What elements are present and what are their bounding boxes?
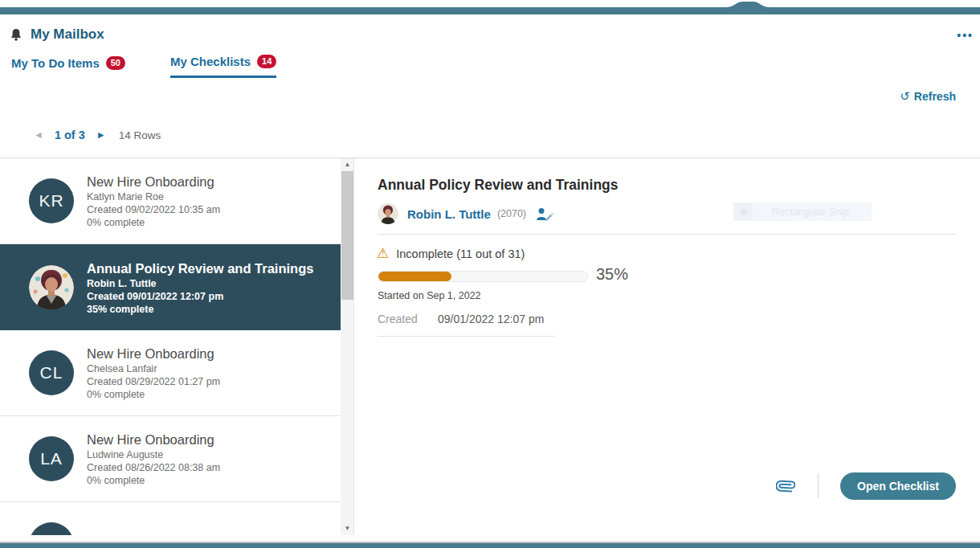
snip-ghost-text: Rectangular Snip: [772, 207, 849, 218]
list-item-ludwine[interactable]: LA New Hire Onboarding Ludwine Auguste C…: [0, 416, 341, 502]
paperclip-icon: [776, 476, 795, 497]
owner-divider: [378, 234, 956, 235]
tab-my-todo-items[interactable]: My To Do Items 50: [11, 55, 125, 78]
avatar-initials: CL: [29, 350, 74, 395]
overflow-menu-button[interactable]: •••: [957, 29, 974, 42]
tab-my-checklists[interactable]: My Checklists 14: [170, 55, 276, 78]
refresh-label: Refresh: [914, 90, 956, 103]
item-complete: 0% complete: [87, 474, 220, 487]
item-created: Created 08/26/2022 08:38 am: [87, 461, 220, 474]
action-divider: [818, 473, 819, 498]
item-complete: 35% complete: [87, 303, 313, 316]
list-item-chelsea[interactable]: CL New Hire Onboarding Chelsea Lanfair C…: [0, 330, 341, 416]
bottom-accent-bar: [0, 543, 980, 548]
item-title: New Hire Onboarding: [87, 173, 220, 190]
refresh-icon: ↺: [900, 89, 910, 104]
owner-id: (2070): [497, 208, 526, 219]
item-complete: 0% complete: [87, 216, 220, 229]
scrollbar-thumb[interactable]: [341, 171, 353, 300]
started-text: Started on Sep 1, 2022: [378, 290, 481, 301]
avatar-initials: [29, 522, 74, 535]
progress-fill: [378, 272, 451, 281]
page-indicator: 1 of 3: [55, 129, 85, 141]
tab-label: My To Do Items: [11, 56, 100, 70]
rows-count: 14 Rows: [119, 129, 161, 141]
scroll-up-icon[interactable]: ▲: [341, 158, 354, 171]
refresh-button[interactable]: ↺ Refresh: [900, 89, 956, 104]
list-item-katlyn[interactable]: KR New Hire Onboarding Katlyn Marie Roe …: [0, 158, 341, 244]
item-person: Chelsea Lanfair: [87, 362, 220, 375]
status-row: ⚠ Incomplete (11 out of 31): [377, 247, 525, 260]
avatar-photo-robin: [29, 265, 74, 310]
prev-page-button[interactable]: ◄: [34, 129, 43, 141]
progress-bar: [378, 271, 588, 282]
item-person: Ludwine Auguste: [87, 448, 220, 461]
todo-count-badge: 50: [106, 56, 125, 70]
attachment-button[interactable]: [776, 476, 795, 500]
item-title: New Hire Onboarding: [87, 345, 220, 362]
checklist-list: KR New Hire Onboarding Katlyn Marie Roe …: [0, 158, 341, 535]
avatar-initials: LA: [29, 436, 74, 481]
item-created: Created 08/29/2022 01:27 pm: [87, 375, 220, 388]
list-scrollbar[interactable]: ▲ ▼: [341, 158, 354, 535]
my-mailbox-page: My Mailbox ••• My To Do Items 50 My Chec…: [0, 0, 980, 548]
list-item-partial[interactable]: New Hire Onboarding: [0, 502, 341, 535]
list-item-robin-selected[interactable]: Annual Policy Review and Trainings Robin…: [0, 244, 341, 330]
mailbox-tabs: My To Do Items 50 My Checklists 14: [11, 55, 276, 78]
page-header: My Mailbox: [10, 27, 104, 43]
owner-row: Robin L. Tuttle (2070): [378, 203, 553, 224]
avatar-initials: KR: [29, 178, 74, 223]
snip-dot-icon: [740, 208, 747, 215]
open-checklist-button[interactable]: Open Checklist: [840, 472, 956, 500]
top-accent-bar: [0, 0, 980, 14]
detail-title: Annual Policy Review and Trainings: [378, 177, 619, 194]
warning-icon: ⚠: [377, 247, 389, 260]
bell-icon: [10, 28, 22, 42]
created-label: Created: [378, 313, 438, 325]
tab-label: My Checklists: [170, 55, 251, 68]
created-row: Created 09/01/2022 12:07 pm: [378, 313, 554, 337]
item-created: Created 09/01/2022 12:07 pm: [87, 290, 313, 303]
owner-name-link[interactable]: Robin L. Tuttle: [407, 207, 491, 221]
item-title: New Hire Onboarding: [87, 431, 220, 448]
page-title: My Mailbox: [31, 27, 104, 43]
scroll-down-icon[interactable]: ▼: [341, 522, 354, 535]
item-person: Katlyn Marie Roe: [87, 190, 220, 203]
next-page-button[interactable]: ►: [96, 129, 106, 141]
item-person: Robin L. Tuttle: [87, 277, 313, 290]
pagination: ◄ 1 of 3 ► 14 Rows: [34, 129, 161, 141]
checklists-count-badge: 14: [257, 55, 276, 68]
item-complete: 0% complete: [87, 388, 220, 401]
status-text: Incomplete (11 out of 31): [396, 247, 525, 260]
snip-ghost-tooltip: Rectangular Snip: [733, 202, 872, 221]
item-title: Annual Policy Review and Trainings: [87, 260, 313, 277]
item-created: Created 09/02/2022 10:35 am: [87, 203, 220, 216]
owner-avatar: [378, 203, 398, 224]
person-edit-icon[interactable]: [536, 207, 553, 221]
progress-percent: 35%: [596, 265, 628, 284]
created-value: 09/01/2022 12:07 pm: [438, 313, 544, 325]
